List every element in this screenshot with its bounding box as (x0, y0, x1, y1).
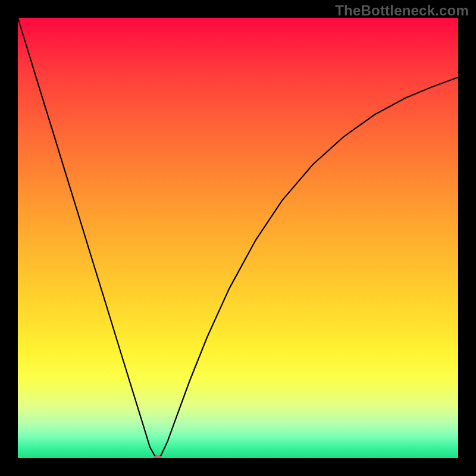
plot-area (18, 18, 458, 458)
minimum-marker-icon (154, 455, 162, 458)
curve-svg (18, 18, 458, 458)
bottleneck-curve (18, 18, 458, 458)
watermark-label: TheBottleneck.com (335, 2, 469, 19)
chart-frame: TheBottleneck.com (0, 0, 476, 476)
